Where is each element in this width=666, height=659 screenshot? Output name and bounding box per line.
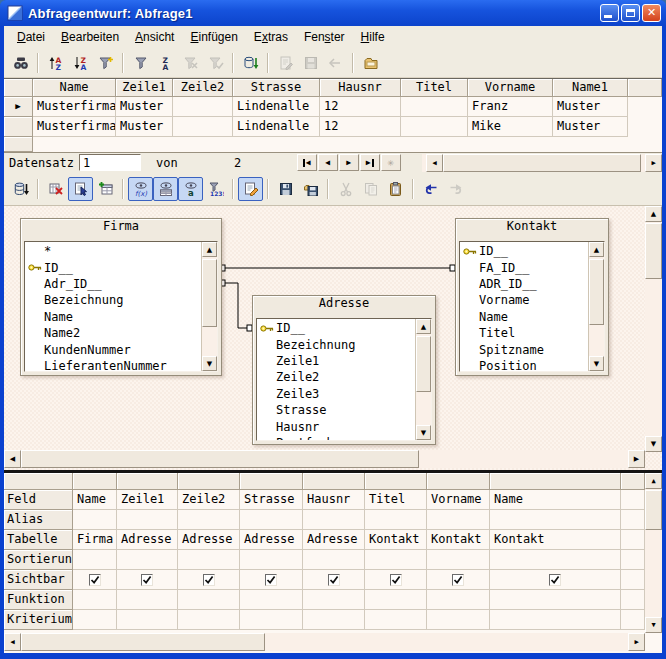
cell[interactable]: Musterfirma <box>33 117 116 137</box>
run-query-button[interactable] <box>8 177 33 201</box>
maximize-button[interactable] <box>621 4 640 22</box>
table-panel-title[interactable]: Adresse <box>253 296 435 317</box>
undo-button[interactable] <box>418 177 443 201</box>
paste-button[interactable] <box>383 177 408 201</box>
grid-cell[interactable]: Name <box>490 490 621 510</box>
first-record-button[interactable] <box>297 154 317 171</box>
table-panel-title[interactable]: Kontakt <box>456 219 608 240</box>
menu-bearbeiten[interactable]: Bearbeiten <box>53 28 127 46</box>
grid-cell[interactable] <box>240 610 303 630</box>
grid-cell[interactable] <box>365 510 427 530</box>
row-selector[interactable]: ▶ <box>4 97 33 117</box>
grid-column-header[interactable] <box>73 473 117 490</box>
scroll-up-icon[interactable] <box>416 319 431 334</box>
clear-query-button[interactable] <box>43 177 68 201</box>
scroll-right-icon[interactable] <box>628 633 645 651</box>
scroll-thumb[interactable] <box>645 490 662 530</box>
grid-cell[interactable] <box>490 510 621 530</box>
cell[interactable]: 12 <box>320 97 401 117</box>
visible-checkbox[interactable] <box>549 574 561 586</box>
grid-cell[interactable]: Adresse <box>117 530 178 550</box>
scroll-track[interactable] <box>265 633 628 651</box>
field-item[interactable]: Hausnr <box>257 418 415 434</box>
grid-column-header[interactable] <box>303 473 365 490</box>
grid-cell[interactable] <box>303 590 365 610</box>
grid-cell[interactable] <box>117 570 178 590</box>
grid-cell[interactable]: Vorname <box>427 490 490 510</box>
grid-cell[interactable]: Adresse <box>240 530 303 550</box>
scroll-up-icon[interactable] <box>589 242 604 257</box>
next-record-button[interactable] <box>339 154 359 171</box>
field-item[interactable]: ID__ <box>257 320 415 336</box>
grid-column-header[interactable] <box>427 473 490 490</box>
grid-cell[interactable]: Name <box>73 490 117 510</box>
grid-cell[interactable] <box>427 590 490 610</box>
save-doc-button[interactable] <box>273 177 298 201</box>
row-selector[interactable] <box>4 137 33 152</box>
view-tablename-button[interactable] <box>153 177 178 201</box>
scroll-thumb[interactable] <box>645 223 662 279</box>
cell[interactable]: 12 <box>320 117 401 137</box>
column-header-strasse[interactable]: Strasse <box>233 79 320 97</box>
cell[interactable]: Franz <box>468 97 553 117</box>
grid-cell[interactable]: Kontakt <box>427 530 490 550</box>
scroll-up-icon[interactable] <box>202 242 217 257</box>
grid-cell[interactable] <box>427 610 490 630</box>
cell[interactable]: Mike <box>468 117 553 137</box>
field-item[interactable]: KundenNummer <box>25 341 201 357</box>
scroll-left-icon[interactable] <box>4 633 21 651</box>
column-header-name1[interactable]: Name1 <box>553 79 628 97</box>
grid-cell[interactable] <box>117 510 178 530</box>
grid-cell[interactable]: Zeile1 <box>117 490 178 510</box>
table-panel-title[interactable]: Firma <box>21 219 221 240</box>
field-item[interactable]: ID__ <box>25 259 201 275</box>
scroll-thumb[interactable] <box>443 154 641 172</box>
scroll-down-icon[interactable] <box>202 356 217 371</box>
visible-checkbox[interactable] <box>265 574 277 586</box>
record-number-input[interactable] <box>79 154 141 171</box>
field-item[interactable]: LieferantenNummer <box>25 358 201 371</box>
grid-cell[interactable] <box>365 590 427 610</box>
field-item[interactable]: ID__ <box>460 243 588 259</box>
grid-cell[interactable] <box>427 570 490 590</box>
field-item[interactable]: Name <box>25 309 201 325</box>
cell[interactable] <box>401 117 468 137</box>
scroll-right-icon[interactable] <box>645 154 662 172</box>
field-item[interactable]: Adr_ID__ <box>25 276 201 292</box>
grid-cell[interactable] <box>117 590 178 610</box>
field-item[interactable]: Titel <box>460 325 588 341</box>
scroll-right-icon[interactable] <box>628 450 645 468</box>
scroll-up-icon[interactable] <box>645 206 662 222</box>
autofilter-button[interactable] <box>93 51 118 75</box>
save-as-button[interactable] <box>298 177 323 201</box>
scroll-thumb[interactable] <box>416 336 431 392</box>
cell[interactable]: Muster <box>553 97 628 117</box>
grid-cell[interactable] <box>240 550 303 570</box>
grid-cell[interactable] <box>490 610 621 630</box>
cell[interactable]: Muster <box>553 117 628 137</box>
grid-cell[interactable]: Kontakt <box>365 530 427 550</box>
scroll-track[interactable] <box>419 450 628 468</box>
scroll-down-icon[interactable] <box>589 356 604 371</box>
field-item[interactable]: Zeile1 <box>257 353 415 369</box>
grid-cell[interactable] <box>365 550 427 570</box>
cell[interactable] <box>173 97 233 117</box>
grid-cell[interactable] <box>240 590 303 610</box>
grid-cell[interactable] <box>490 570 621 590</box>
menu-einfuegen[interactable]: Einfügen <box>182 28 245 46</box>
grid-cell[interactable] <box>490 590 621 610</box>
view-functions-button[interactable]: f(x) <box>128 177 153 201</box>
cell[interactable]: Lindenalle <box>233 117 320 137</box>
grid-cell[interactable]: Strasse <box>240 490 303 510</box>
field-item[interactable]: * <box>25 243 201 259</box>
add-table-button[interactable] <box>93 177 118 201</box>
column-header-zeile1[interactable]: Zeile1 <box>116 79 173 97</box>
grid-cell[interactable] <box>73 510 117 530</box>
column-header-titel[interactable]: Titel <box>401 79 468 97</box>
view-alias-button[interactable]: a <box>178 177 203 201</box>
field-item[interactable]: Bezeichnung <box>25 292 201 308</box>
grid-column-header[interactable] <box>117 473 178 490</box>
cell[interactable] <box>173 117 233 137</box>
app-icon[interactable] <box>7 5 23 21</box>
grid-cell[interactable] <box>303 610 365 630</box>
